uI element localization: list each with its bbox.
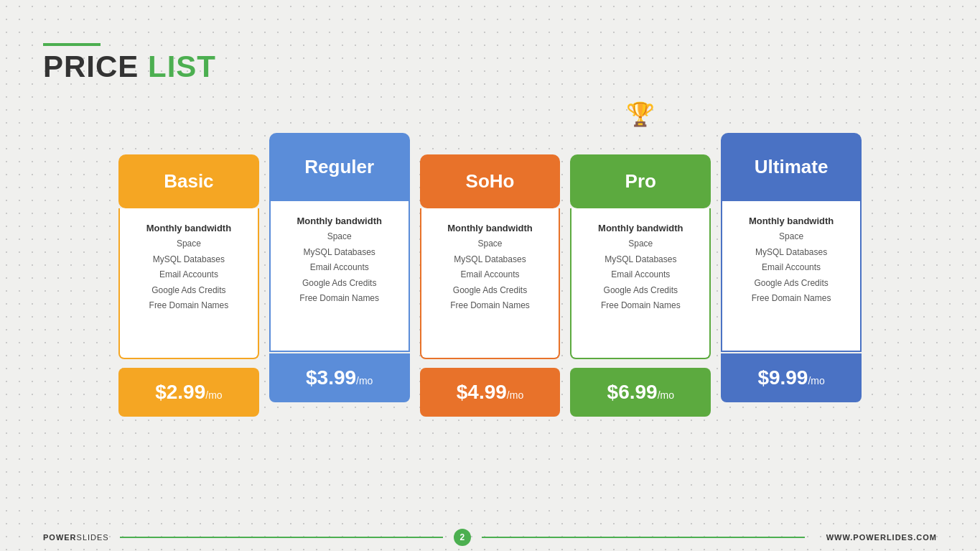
footer-line-left <box>120 537 443 538</box>
plan-pro-price-amount: $6.99 <box>607 381 658 403</box>
plan-basic-feature-space: Space <box>127 236 251 252</box>
footer-brand-bold: POWER <box>43 533 77 542</box>
footer: POWERSLIDES 2 WWW.POWERLIDES.COM <box>0 524 980 551</box>
plan-soho-header: SoHo <box>420 154 561 208</box>
plan-pro-price-per: /mo <box>658 389 674 401</box>
plan-pro-price[interactable]: $6.99/mo <box>570 368 711 417</box>
plan-basic-feature-mysql: MySQL Databases <box>127 252 251 268</box>
plan-reguler-feature-google: Google Ads Credits <box>278 276 401 292</box>
plan-pro-body: Monthly bandwidth Space MySQL Databases … <box>570 208 711 359</box>
plan-soho-price-amount: $4.99 <box>457 381 507 403</box>
page-wrapper: PRICE LIST Basic Monthly bandwidth Space… <box>0 0 980 551</box>
plan-soho-body: Monthly bandwidth Space MySQL Databases … <box>420 208 561 359</box>
plan-ultimate-price-amount: $9.99 <box>757 366 808 389</box>
plan-basic-feature-email: Email Accounts <box>127 267 251 283</box>
plan-soho-name: SoHo <box>466 170 515 192</box>
trophy-icon: 🏆 <box>626 101 655 128</box>
plan-ultimate-feature-title: Monthly bandwidth <box>729 216 853 226</box>
plan-ultimate-price[interactable]: $9.99/mo <box>721 353 862 402</box>
plan-soho-price-per: /mo <box>507 389 523 401</box>
footer-page-number: 2 <box>454 529 471 546</box>
plan-pro-feature-domain: Free Domain Names <box>579 298 702 314</box>
plan-soho-feature-google: Google Ads Credits <box>429 283 552 299</box>
page-title: PRICE LIST <box>43 52 216 82</box>
plan-basic-price-amount: $2.99 <box>155 381 205 403</box>
plan-reguler-feature-space: Space <box>278 229 401 245</box>
plan-reguler-body: Monthly bandwidth Space MySQL Databases … <box>269 201 410 352</box>
plan-basic-header: Basic <box>118 154 259 208</box>
plan-reguler-price-per: /mo <box>356 375 373 386</box>
plan-ultimate-feature-space: Space <box>729 229 853 245</box>
plan-ultimate-feature-mysql: MySQL Databases <box>729 245 853 261</box>
title-list: LIST <box>148 50 216 83</box>
plan-soho-feature-title: Monthly bandwidth <box>429 223 552 233</box>
plan-soho-feature-email: Email Accounts <box>429 267 552 283</box>
plan-reguler-feature-email: Email Accounts <box>278 260 401 276</box>
header-accent-line <box>43 43 101 46</box>
footer-line-right <box>482 537 805 538</box>
plan-basic-price-per: /mo <box>205 389 222 401</box>
plan-pro-feature-mysql: MySQL Databases <box>579 252 702 268</box>
plan-reguler-name: Reguler <box>304 156 374 177</box>
plan-basic-feature-google: Google Ads Credits <box>127 283 251 299</box>
plan-basic-feature-domain: Free Domain Names <box>127 298 251 314</box>
plan-ultimate-feature-domain: Free Domain Names <box>729 291 853 307</box>
footer-website: WWW.POWERLIDES.COM <box>826 533 937 542</box>
plan-ultimate-header: Ultimate <box>721 133 862 201</box>
plan-basic-feature-title: Monthly bandwidth <box>127 223 251 233</box>
footer-brand-light: SLIDES <box>77 533 109 542</box>
plan-pro: 🏆 Pro Monthly bandwidth Space MySQL Data… <box>570 133 711 417</box>
plan-ultimate-price-per: /mo <box>808 375 824 386</box>
plan-basic-name: Basic <box>164 170 213 192</box>
plan-pro-feature-space: Space <box>579 236 702 252</box>
plan-ultimate-name: Ultimate <box>755 156 829 177</box>
plan-reguler-feature-mysql: MySQL Databases <box>278 245 401 261</box>
plan-basic-price[interactable]: $2.99/mo <box>118 368 259 417</box>
plan-pro-feature-google: Google Ads Credits <box>579 283 702 299</box>
plan-reguler-feature-domain: Free Domain Names <box>278 291 401 307</box>
plan-basic: Basic Monthly bandwidth Space MySQL Data… <box>118 133 259 417</box>
plan-reguler-header: Reguler <box>269 133 410 201</box>
footer-brand: POWERSLIDES <box>43 533 109 542</box>
pricing-container: Basic Monthly bandwidth Space MySQL Data… <box>118 133 862 417</box>
plan-ultimate-feature-email: Email Accounts <box>729 260 853 276</box>
plan-soho: SoHo Monthly bandwidth Space MySQL Datab… <box>420 133 561 417</box>
plan-reguler: Reguler Monthly bandwidth Space MySQL Da… <box>269 133 410 402</box>
plan-pro-header: Pro <box>570 154 711 208</box>
plan-pro-feature-title: Monthly bandwidth <box>579 223 702 233</box>
header: PRICE LIST <box>43 43 216 82</box>
title-price: PRICE <box>43 50 148 83</box>
plan-pro-feature-email: Email Accounts <box>579 267 702 283</box>
plan-reguler-feature-title: Monthly bandwidth <box>278 216 401 226</box>
plan-soho-price[interactable]: $4.99/mo <box>420 368 561 417</box>
plan-ultimate: Ultimate Monthly bandwidth Space MySQL D… <box>721 133 862 402</box>
plan-reguler-price[interactable]: $3.99/mo <box>269 353 410 402</box>
plan-ultimate-body: Monthly bandwidth Space MySQL Databases … <box>721 201 862 352</box>
plan-ultimate-feature-google: Google Ads Credits <box>729 276 853 292</box>
plan-basic-body: Monthly bandwidth Space MySQL Databases … <box>118 208 259 359</box>
plan-reguler-price-amount: $3.99 <box>306 366 356 389</box>
plan-soho-feature-domain: Free Domain Names <box>429 298 552 314</box>
plan-soho-feature-space: Space <box>429 236 552 252</box>
plan-pro-name: Pro <box>625 170 656 192</box>
plan-soho-feature-mysql: MySQL Databases <box>429 252 552 268</box>
